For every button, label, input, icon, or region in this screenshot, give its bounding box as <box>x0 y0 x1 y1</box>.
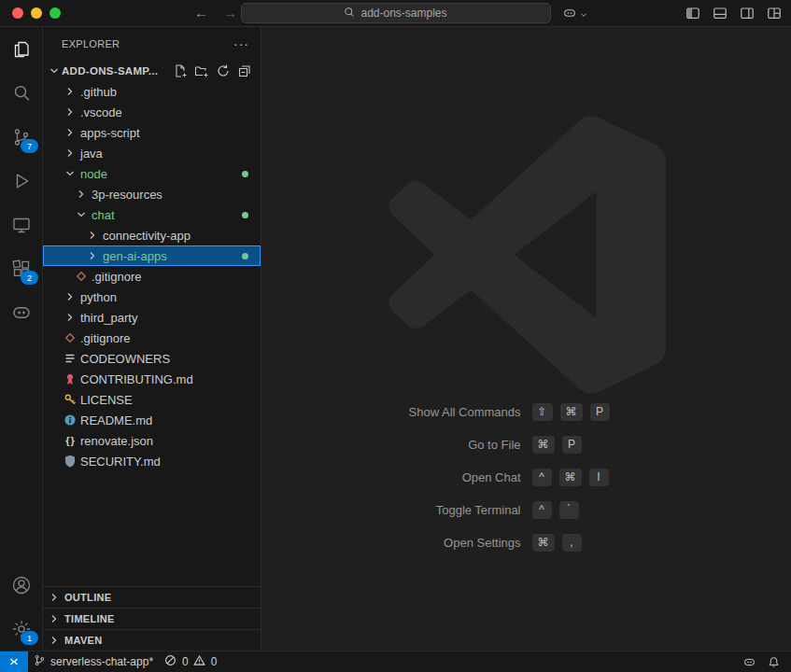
keycap: ⌘ <box>532 436 555 454</box>
warnings-icon <box>193 654 205 669</box>
refresh-icon[interactable] <box>216 63 231 78</box>
tree-item-contributing-md[interactable]: CONTRIBUTING.md <box>43 369 261 389</box>
tree-item-label: CONTRIBUTING.md <box>80 372 193 386</box>
tree-item-label: third_party <box>80 311 137 325</box>
tree-root-folder[interactable]: ADD-ONS-SAMP... <box>43 61 261 81</box>
chevron-right-icon <box>63 146 78 161</box>
problems-status[interactable]: 0 0 <box>159 651 222 672</box>
chevron-right-icon <box>63 289 78 304</box>
tree-item-label: renovate.json <box>80 434 153 448</box>
zoom-button[interactable] <box>49 7 61 19</box>
shortcut-keys: ⌘, <box>532 534 749 552</box>
activity-search-button[interactable] <box>0 71 42 115</box>
extensions-badge: 2 <box>21 271 38 285</box>
toggle-panel-icon[interactable] <box>713 6 727 21</box>
activity-remote-explorer-button[interactable] <box>0 203 42 246</box>
tree-item--vscode[interactable]: .vscode <box>43 102 261 122</box>
tree-item-label: SECURITY.md <box>80 455 161 469</box>
keyboard-shortcuts-hints: Show All Commands⇧⌘PGo to File⌘POpen Cha… <box>304 401 749 553</box>
keycap: ⌘ <box>559 469 582 486</box>
chevron-down-icon <box>47 63 62 78</box>
section-timeline[interactable]: TIMELINE <box>43 608 261 629</box>
keycap: ^ <box>532 469 552 486</box>
search-value: add-ons-samples <box>360 7 446 20</box>
more-actions-icon[interactable]: ··· <box>233 36 249 51</box>
toggle-secondary-sidebar-icon[interactable] <box>740 6 755 21</box>
tree-item-codeowners[interactable]: CODEOWNERS <box>43 348 261 369</box>
chevron-right-icon <box>85 248 100 263</box>
activity-copilot-chat-button[interactable] <box>0 290 42 334</box>
lines-file-icon <box>63 351 78 366</box>
tree-item-label: LICENSE <box>80 393 133 407</box>
tree-item-3p-resources[interactable]: 3p-resources <box>43 184 261 204</box>
keycap: I <box>589 469 609 486</box>
shortcut-hint-row: Go to File⌘P <box>304 434 749 455</box>
notifications-bell-button[interactable] <box>762 651 785 672</box>
tree-item-security-md[interactable]: SECURITY.md <box>43 451 261 471</box>
remote-indicator-button[interactable] <box>0 651 28 672</box>
tree-item-label: apps-script <box>80 126 140 140</box>
close-button[interactable] <box>12 7 23 19</box>
tree-item-label: 3p-resources <box>92 188 162 202</box>
tree-item--gitignore[interactable]: .gitignore <box>43 328 261 348</box>
collapse-all-icon[interactable] <box>237 63 252 78</box>
chevron-right-icon <box>63 105 78 119</box>
copilot-status-button[interactable] <box>737 651 762 672</box>
copilot-icon <box>562 6 577 24</box>
tree-item-label: .gitignore <box>80 331 130 345</box>
settings-badge: 1 <box>21 631 38 645</box>
activity-extensions-button[interactable]: 2 <box>0 246 42 290</box>
activity-explorer-button[interactable] <box>0 27 42 71</box>
tree-item-label: java <box>80 147 103 161</box>
chevron-down-icon <box>63 166 78 181</box>
file-tree: .github.vscodeapps-scriptjavanode3p-reso… <box>43 81 261 586</box>
tree-item-license[interactable]: LICENSE <box>43 389 261 410</box>
tree-item--gitignore[interactable]: .gitignore <box>43 266 261 287</box>
section-label: OUTLINE <box>64 592 111 603</box>
tree-item-readme-md[interactable]: README.md <box>43 410 261 430</box>
tree-item-apps-script[interactable]: apps-script <box>43 122 261 143</box>
customize-layout-icon[interactable] <box>767 6 782 21</box>
activity-bar-bottom: 1 <box>0 563 42 651</box>
tree-item-third-party[interactable]: third_party <box>43 307 261 328</box>
tree-item-python[interactable]: python <box>43 287 261 307</box>
status-bar-right <box>737 651 791 672</box>
shortcut-hint-row: Show All Commands⇧⌘P <box>304 401 749 422</box>
new-folder-icon[interactable] <box>194 63 209 78</box>
git-branch-status[interactable]: serverless-chat-app* <box>28 651 159 672</box>
tree-item-label: README.md <box>80 413 152 427</box>
tree-item-connectivity-app[interactable]: connectivity-app <box>43 225 261 245</box>
editor-area: Show All Commands⇧⌘PGo to File⌘POpen Cha… <box>261 27 791 651</box>
tree-item-chat[interactable]: chat <box>43 204 261 225</box>
warnings-count: 0 <box>211 655 218 668</box>
minimize-button[interactable] <box>31 7 42 19</box>
activity-settings-button[interactable]: 1 <box>0 607 42 651</box>
forward-icon[interactable]: → <box>223 4 237 22</box>
copilot-menu-button[interactable] <box>562 6 588 24</box>
tree-item-gen-ai-apps[interactable]: gen-ai-apps <box>43 245 261 266</box>
tree-item-renovate-json[interactable]: { }renovate.json <box>43 430 261 451</box>
history-nav: ← → <box>194 4 237 22</box>
chevron-right-icon <box>85 228 100 243</box>
shortcut-label: Show All Commands <box>304 405 521 419</box>
tree-item--github[interactable]: .github <box>43 81 261 102</box>
sidebar-sections: OUTLINETIMELINEMAVEN <box>43 586 261 651</box>
tree-item-java[interactable]: java <box>43 143 261 163</box>
modified-dot-badge <box>242 212 248 218</box>
chevron-right-icon <box>63 84 78 99</box>
toggle-primary-sidebar-icon[interactable] <box>685 6 700 21</box>
back-icon[interactable]: ← <box>194 4 208 22</box>
command-center-search[interactable]: add-ons-samples <box>241 3 551 23</box>
shortcut-label: Open Chat <box>304 470 521 484</box>
activity-accounts-button[interactable] <box>0 563 42 607</box>
section-outline[interactable]: OUTLINE <box>43 586 261 608</box>
new-file-icon[interactable] <box>173 63 188 78</box>
section-maven[interactable]: MAVEN <box>43 629 261 651</box>
activity-run-and-debug-button[interactable] <box>0 159 42 203</box>
activity-source-control-button[interactable]: 7 <box>0 115 42 159</box>
shortcut-label: Go to File <box>304 438 521 452</box>
tree-item-node[interactable]: node <box>43 163 261 184</box>
branch-icon <box>34 654 46 669</box>
source-control-badge: 7 <box>21 139 38 153</box>
shortcut-keys: ^⌘I <box>532 469 749 486</box>
